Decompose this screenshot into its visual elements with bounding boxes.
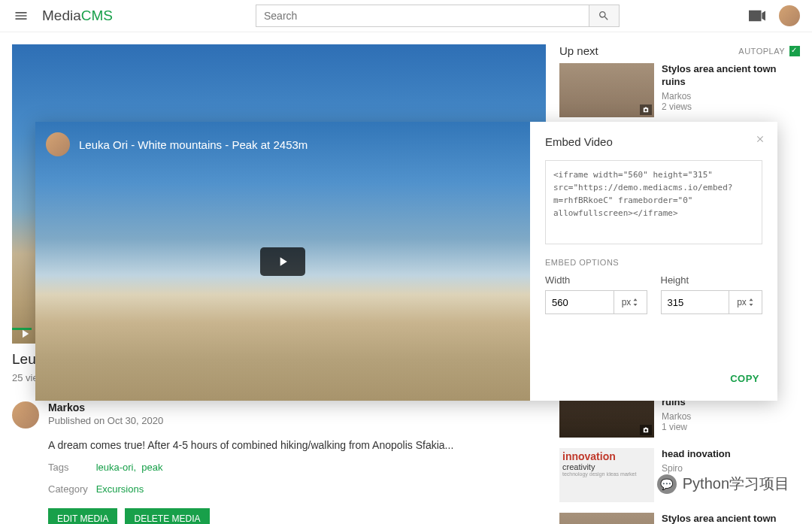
camera-icon (642, 427, 650, 433)
width-unit-select[interactable]: px (614, 291, 647, 313)
play-icon (18, 327, 32, 341)
suggestion-thumbnail[interactable] (559, 63, 654, 117)
hamburger-icon (14, 8, 29, 23)
width-label: Width (545, 274, 647, 286)
suggestion-item[interactable]: Stylos area ancient town ruins (559, 513, 800, 524)
suggestion-title: head inovation (662, 448, 731, 461)
suggestion-thumbnail[interactable] (559, 513, 654, 524)
category-link[interactable]: Excursions (96, 483, 144, 495)
suggestion-author: Markos (662, 91, 800, 101)
delete-media-button[interactable]: DELETE MEDIA (125, 508, 209, 524)
suggestion-title: Stylos area ancient town ruins (662, 513, 800, 524)
search-icon (598, 10, 610, 22)
suggestion-views: 1 view (662, 422, 800, 432)
height-input[interactable] (662, 291, 729, 313)
modal-play-button[interactable] (260, 247, 305, 276)
close-button[interactable] (755, 132, 765, 148)
suggestion-views: 2 views (662, 101, 800, 112)
embed-modal: Leuka Ori - White mountains - Peak at 24… (35, 122, 777, 401)
category-label: Category (48, 483, 93, 495)
search-input[interactable] (256, 5, 589, 27)
autoplay-toggle[interactable] (789, 46, 800, 56)
width-input[interactable] (546, 291, 614, 313)
suggestion-thumbnail[interactable]: innovation creativity technology design … (559, 448, 654, 502)
upload-icon[interactable] (749, 10, 765, 22)
logo-first: Media (42, 8, 81, 23)
sort-icon (748, 298, 754, 306)
menu-button[interactable] (12, 7, 30, 25)
wordcloud-word: creativity (562, 462, 651, 471)
embed-options-label: EMBED OPTIONS (545, 258, 762, 267)
suggestion-title: Stylos area ancient town ruins (662, 63, 800, 89)
height-label: Height (661, 274, 763, 286)
panel-title: Embed Video (545, 135, 762, 148)
height-unit-select[interactable]: px (729, 291, 762, 313)
tag-link[interactable]: peak (141, 462, 162, 473)
embed-code-textarea[interactable] (545, 160, 762, 244)
copy-button[interactable]: COPY (727, 370, 762, 387)
suggestion-item[interactable]: Stylos area ancient town ruins Markos 2 … (559, 63, 800, 117)
autoplay-label: AUTOPLAY (738, 47, 785, 56)
user-avatar[interactable] (779, 5, 800, 26)
wordcloud-word: innovation (562, 451, 651, 462)
modal-video-title: Leuka Ori - White mountains - Peak at 24… (79, 138, 308, 151)
upnext-heading: Up next (559, 44, 598, 57)
suggestion-author: Markos (662, 411, 800, 422)
uploader-avatar[interactable] (12, 401, 39, 429)
camera-icon (642, 107, 650, 113)
edit-media-button[interactable]: EDIT MEDIA (48, 508, 117, 524)
modal-video-preview[interactable]: Leuka Ori - White mountains - Peak at 24… (35, 122, 530, 401)
tag-link[interactable]: leuka-ori (96, 462, 134, 473)
watermark-icon: 💬 (657, 474, 677, 494)
play-icon (275, 254, 290, 269)
logo-second: CMS (81, 8, 113, 23)
publish-date: Published on Oct 30, 2020 (48, 415, 163, 426)
logo[interactable]: MediaCMS (42, 8, 113, 24)
search-button[interactable] (589, 5, 620, 27)
video-description: A dream comes true! After 4-5 hours of c… (48, 439, 546, 451)
sort-icon (632, 298, 638, 306)
modal-uploader-avatar (46, 132, 70, 156)
tags-label: Tags (48, 462, 93, 473)
watermark: 💬 Python学习项目 (657, 474, 789, 494)
suggestion-author: Spiro (662, 463, 731, 474)
watermark-text: Python学习项目 (683, 474, 789, 494)
uploader-name[interactable]: Markos (48, 401, 163, 413)
close-icon (755, 134, 765, 144)
